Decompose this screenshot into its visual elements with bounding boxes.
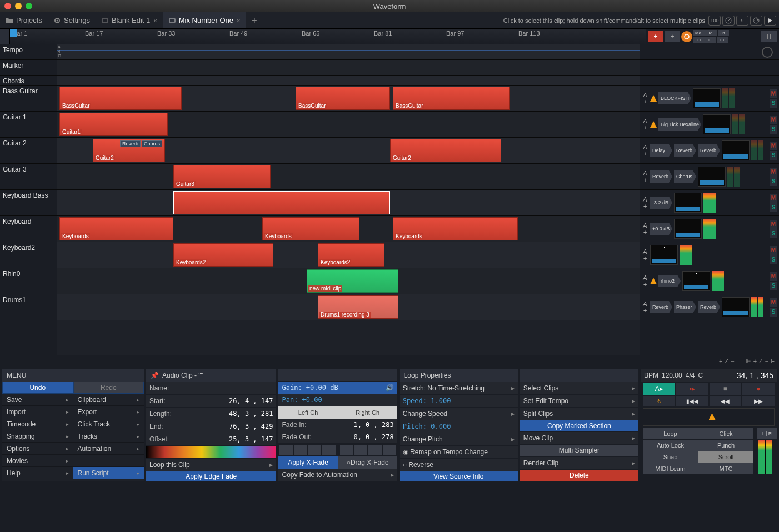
automation-toggle[interactable]: A+ (642, 274, 648, 288)
menu-item-export[interactable]: Export▸ (73, 406, 144, 418)
loop-toggle[interactable]: Loop (643, 428, 698, 439)
fade-shape-3[interactable] (308, 445, 322, 455)
plugin-slot[interactable]: Reverb (650, 170, 672, 183)
counter-badge-2[interactable]: 9 (736, 16, 748, 26)
ruler-options-button[interactable] (0, 29, 10, 44)
loop-marker-icon[interactable] (10, 29, 17, 37)
track-header[interactable]: Guitar 2 (0, 138, 57, 164)
settings-button[interactable]: Settings (48, 12, 96, 28)
solo-button[interactable]: S (770, 308, 777, 317)
autolock-toggle[interactable]: Auto Lock (643, 440, 698, 451)
solo-button[interactable]: S (770, 177, 777, 186)
record-button[interactable]: ● (742, 383, 775, 395)
add-tab-button[interactable]: + (246, 16, 262, 26)
counter-badge-1[interactable]: 100 (708, 16, 721, 26)
plugin-slot[interactable]: rhino2 (658, 275, 681, 287)
menu-item-automation[interactable]: Automation▸ (73, 443, 144, 455)
pan-meter[interactable] (722, 297, 750, 317)
offset-field[interactable]: 25, 3 , 147 (185, 435, 276, 443)
browser-sub-3[interactable]: ▭ (717, 37, 728, 43)
volume-plugin[interactable]: +0.0 dB (650, 223, 672, 235)
panic-button[interactable]: ⚠ (643, 396, 675, 406)
pan-meter[interactable] (674, 219, 702, 239)
mute-button[interactable]: M (770, 168, 777, 177)
zoom-z-horiz[interactable]: Z (759, 358, 763, 364)
view-source-button[interactable]: View Source Info (400, 471, 518, 481)
track-header[interactable]: Keyboard Bass (0, 190, 57, 216)
pitch-field[interactable]: Pitch: 0.000 (400, 423, 451, 430)
track-lane[interactable]: Guitar2ReverbChorusGuitar2 (57, 138, 640, 164)
header-row-marker[interactable]: Marker (0, 60, 57, 76)
clip[interactable] (173, 191, 390, 214)
menu-item-timecode[interactable]: Timecode▸ (2, 418, 73, 430)
clip[interactable]: Guitar1 (59, 113, 168, 136)
close-icon[interactable]: × (237, 17, 240, 24)
stop-button[interactable]: ■ (710, 383, 742, 395)
menu-item-options[interactable]: Options▸ (2, 443, 73, 455)
menu-item-click-track[interactable]: Click Track▸ (73, 418, 144, 430)
add-track-button[interactable]: + (648, 31, 663, 42)
select-clips-button[interactable]: Select Clips (520, 384, 632, 392)
loop-clip-button[interactable]: Loop this Clip (146, 461, 269, 469)
forward-button[interactable]: ▶▶ (742, 396, 775, 406)
projects-button[interactable]: Projects (0, 12, 48, 28)
punch-toggle[interactable]: Punch (698, 440, 753, 451)
fade-shape-4[interactable] (322, 445, 336, 455)
menu-item-help[interactable]: Help▸ (2, 467, 73, 479)
track-header[interactable]: Keyboard (0, 216, 57, 242)
plugin-slot[interactable]: BLOCKFISH (658, 92, 691, 104)
plugin-slot[interactable]: Reverb (650, 301, 672, 313)
minimize-window-icon[interactable] (15, 3, 22, 9)
fade-shape-7[interactable] (368, 445, 382, 455)
browser-tab-tempo[interactable]: Te.. (706, 30, 717, 36)
automation-write-button[interactable]: ▪▸ (676, 383, 708, 395)
remap-toggle[interactable]: ◉ Remap on Tempo Change (400, 448, 488, 456)
speed-field[interactable]: Speed: 1.000 (400, 397, 451, 405)
zoom-f[interactable]: F (771, 358, 775, 364)
render-clip-button[interactable]: Render Clip (520, 459, 632, 467)
browser-sub-2[interactable]: ▭ (705, 37, 716, 43)
drag-xfade-toggle[interactable]: ○ Drag X-Fade (338, 456, 397, 469)
solo-button[interactable]: S (770, 255, 777, 264)
mute-button[interactable]: M (770, 272, 777, 281)
volume-plugin[interactable]: -3.2 dB (650, 197, 672, 209)
undo-button[interactable]: Undo (2, 382, 73, 394)
speaker-icon[interactable]: 🔊 (386, 384, 397, 392)
fade-shape-8[interactable] (383, 445, 396, 455)
clip[interactable]: Guitar2ReverbChorus (93, 139, 165, 162)
end-field[interactable]: 76, 3 , 429 (185, 423, 276, 430)
tab-blank-edit[interactable]: Blank Edit 1 × (96, 12, 163, 28)
solo-button[interactable]: S (770, 203, 777, 212)
mute-button[interactable]: M (770, 194, 777, 203)
mute-button[interactable]: M (770, 298, 777, 307)
zoom-window-icon[interactable] (26, 3, 32, 9)
apply-xfade-button[interactable]: Apply X-Fade (278, 456, 337, 469)
menu-item-save[interactable]: Save▸ (2, 394, 73, 406)
timeline-row-chords[interactable] (57, 76, 640, 86)
pan-meter[interactable] (693, 88, 721, 108)
close-icon[interactable]: × (153, 17, 157, 24)
track-header[interactable]: Drums1 (0, 294, 57, 320)
stretch-field[interactable]: Stretch: No Time-Stretching (400, 384, 511, 392)
pan-meter[interactable] (703, 114, 731, 134)
bar-ruler[interactable]: Bar 1Bar 17Bar 33Bar 49Bar 65Bar 81Bar 9… (10, 29, 646, 44)
cpu-meter-icon[interactable] (722, 16, 735, 26)
start-field[interactable]: 26, 4 , 147 (185, 397, 276, 405)
track-header[interactable]: Guitar 3 (0, 164, 57, 190)
solo-button[interactable]: S (770, 125, 777, 134)
track-header[interactable]: Rhin0 (0, 268, 57, 294)
track-lane[interactable]: Drums1 recording 3 (57, 294, 640, 320)
fadein-field[interactable]: 1, 0 , 283 (317, 421, 397, 429)
key-value[interactable]: C (698, 372, 703, 379)
solo-button[interactable]: S (770, 282, 777, 290)
zoom-in-horiz[interactable]: + (753, 358, 757, 364)
fade-shape-5[interactable] (340, 445, 353, 455)
clip[interactable]: BassGuitar (393, 87, 510, 110)
timeline-row-tempo[interactable]: 44C (57, 44, 640, 60)
copy-fade-button[interactable]: Copy Fade to Automation (278, 471, 390, 479)
track-lane[interactable]: Guitar1 (57, 112, 640, 138)
track-lane[interactable]: BassGuitarBassGuitarBassGuitar (57, 86, 640, 112)
pan-meter[interactable] (722, 140, 750, 160)
change-pitch-button[interactable]: Change Pitch (400, 435, 511, 443)
clip[interactable]: Keyboards (393, 217, 518, 240)
